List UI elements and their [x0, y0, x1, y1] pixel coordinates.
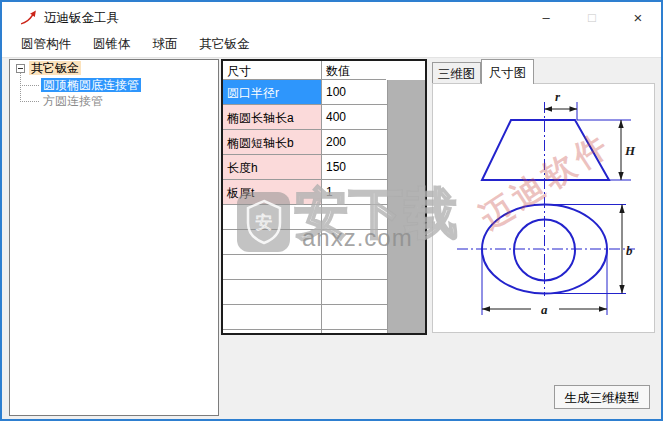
tree-connector-line: [20, 72, 21, 102]
tab-dimension-view[interactable]: 尺寸图: [481, 59, 534, 84]
param-value-cell[interactable]: 200: [322, 130, 387, 155]
tree-root-other-sheetmetal[interactable]: 其它钣金: [29, 61, 81, 75]
parameter-table: 尺寸 数值 圆口半径r 100 椭圆长轴长a 400 椭圆短轴长b 200 长度…: [221, 59, 427, 335]
menu-item-pipe-components[interactable]: 圆管构件: [10, 32, 82, 57]
dim-label-b: b: [626, 243, 633, 258]
app-window: 迈迪钣金工具 – □ × 圆管构件 圆锥体 球面 其它钣金 其它钣金 圆顶椭圆底…: [0, 0, 663, 421]
dim-label-r: r: [555, 89, 561, 104]
maximize-button[interactable]: □: [569, 2, 615, 32]
tree-connector-line: [20, 101, 39, 102]
tree-collapse-icon[interactable]: [16, 64, 25, 73]
app-logo-icon: [20, 9, 37, 26]
dimension-drawing: r H b a: [433, 84, 655, 333]
param-label-cell[interactable]: 板厚t: [223, 180, 322, 205]
param-label-cell[interactable]: 长度h: [223, 155, 322, 180]
param-value-cell[interactable]: 150: [322, 155, 387, 180]
table-row: [223, 230, 387, 255]
dimension-drawing-panel: r H b a 迈迪软件: [432, 83, 655, 333]
table-row: 椭圆短轴长b 200: [223, 130, 387, 155]
table-row: [223, 255, 387, 280]
param-label-cell[interactable]: 圆口半径r: [223, 80, 322, 105]
param-label-cell[interactable]: 椭圆长轴长a: [223, 105, 322, 130]
menu-item-cone[interactable]: 圆锥体: [82, 32, 142, 57]
tree-item-square-round-connector[interactable]: 方圆连接管: [41, 94, 105, 108]
dimension-H: [618, 120, 623, 180]
menu-item-sphere[interactable]: 球面: [142, 32, 189, 57]
table-row: 板厚t 1: [223, 180, 387, 205]
center-lines: [457, 102, 635, 296]
tree-connector-line: [20, 85, 39, 86]
dim-label-H: H: [624, 143, 636, 158]
top-view-ellipse: [482, 205, 626, 316]
table-row: 椭圆长轴长a 400: [223, 105, 387, 130]
generate-3d-model-button[interactable]: 生成三维模型: [554, 385, 650, 409]
param-value-cell[interactable]: 100: [322, 80, 387, 105]
param-value-cell[interactable]: 1: [322, 180, 387, 205]
tab-3d-view[interactable]: 三维图: [432, 62, 481, 84]
dimension-r: [545, 106, 578, 111]
param-label-cell[interactable]: 椭圆短轴长b: [223, 130, 322, 155]
table-header-row: 尺寸 数值: [223, 61, 425, 80]
minimize-button[interactable]: –: [523, 2, 569, 32]
menu-item-other-sheetmetal[interactable]: 其它钣金: [189, 32, 261, 57]
part-tree-panel: 其它钣金 圆顶椭圆底连接管 方圆连接管: [9, 59, 219, 416]
table-row: [223, 205, 387, 230]
close-button[interactable]: ×: [615, 2, 661, 32]
window-title: 迈迪钣金工具: [44, 10, 119, 27]
table-row: 圆口半径r 100: [223, 80, 387, 105]
table-row: [223, 330, 387, 335]
title-bar[interactable]: 迈迪钣金工具 – □ ×: [2, 2, 661, 32]
tree-item-dome-ellipse-connector[interactable]: 圆顶椭圆底连接管: [41, 78, 141, 92]
front-view-trapezoid: [482, 102, 631, 180]
menu-bar: 圆管构件 圆锥体 球面 其它钣金: [2, 32, 661, 58]
table-row: [223, 280, 387, 305]
table-row: 长度h 150: [223, 155, 387, 180]
column-header-dimension: 尺寸: [223, 61, 322, 80]
column-header-value: 数值: [322, 61, 386, 80]
dim-label-a: a: [541, 302, 548, 317]
table-row: [223, 305, 387, 330]
table-filler-area: [387, 80, 425, 333]
param-value-cell[interactable]: 400: [322, 105, 387, 130]
